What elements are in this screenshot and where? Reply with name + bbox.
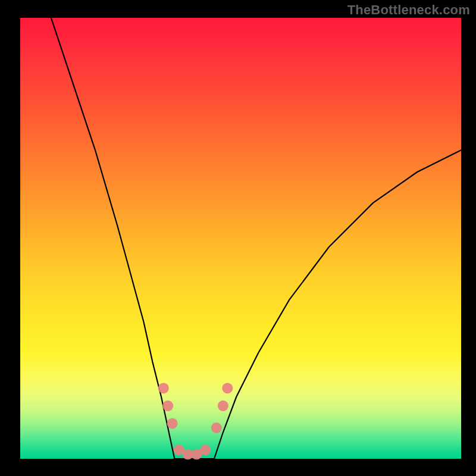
watermark-text: TheBottleneck.com <box>347 2 470 18</box>
plot-gradient-background <box>20 18 461 459</box>
chart-frame: TheBottleneck.com <box>0 0 476 476</box>
